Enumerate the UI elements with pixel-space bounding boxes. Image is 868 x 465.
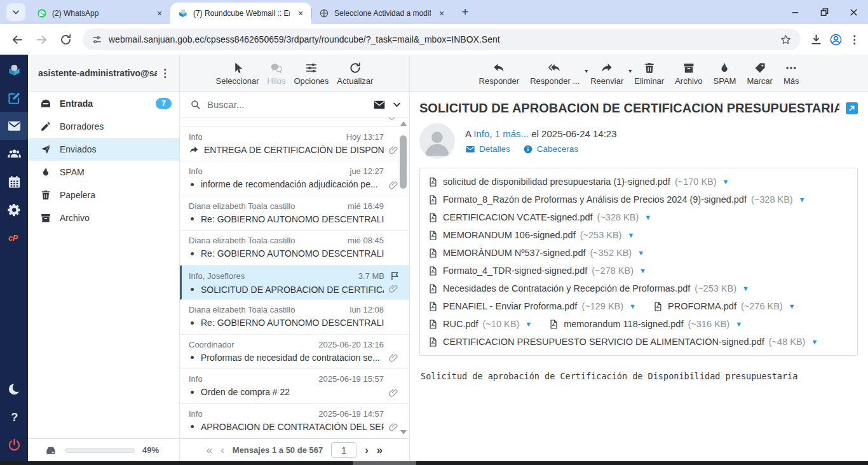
prev-page-button[interactable]: ‹ <box>220 445 224 455</box>
toolbar-button-archivo[interactable]: Archivo <box>674 62 703 86</box>
first-page-button[interactable]: « <box>207 445 212 455</box>
folder-entrada[interactable]: Entrada7 <box>28 92 179 115</box>
attachment-menu-caret-icon[interactable]: ▼ <box>742 285 749 292</box>
attachment-menu-caret-icon[interactable]: ▼ <box>629 302 636 310</box>
message-row[interactable]: Coordinador2025-06-20 13:16Proformas de … <box>180 335 409 370</box>
search-options-chevron-icon[interactable] <box>392 100 402 109</box>
calendar-nav[interactable] <box>0 168 28 196</box>
attachment-name[interactable]: PROFORMA.pdf <box>668 301 736 311</box>
browser-tab[interactable]: (7) Roundcube Webmail :: Envia× <box>170 3 311 24</box>
dark-mode-toggle[interactable] <box>0 375 28 403</box>
attachment-name[interactable]: Formato_4_TDR-signed-signed.pdf <box>443 266 587 276</box>
attachment-name[interactable]: solicitud de disponibilidad presupuestar… <box>443 177 670 187</box>
account-menu-icon[interactable]: ⋮ <box>157 67 173 80</box>
attachment-name[interactable]: MEMORÁNDUM Nº537-signed.pdf <box>443 248 585 258</box>
open-in-new-window-icon[interactable] <box>846 102 858 114</box>
downloads-icon[interactable] <box>810 33 823 46</box>
profile-icon[interactable] <box>829 33 843 46</box>
browser-tab[interactable]: Seleccione Actividad a modifica× <box>311 3 452 24</box>
search-scope-mail-icon[interactable] <box>373 98 386 111</box>
cpanel-link[interactable]: cP <box>0 224 28 252</box>
message-row[interactable]: Info, Joseflores3.7 MBSOLICITUD DE APROB… <box>180 266 409 300</box>
close-window-button[interactable] <box>839 0 868 24</box>
recipient-link[interactable]: Info <box>473 128 489 139</box>
folder-archivo[interactable]: Archivo <box>28 206 179 229</box>
attachment-item[interactable]: CERTIFICACION PRESUPUESTO SERVICIO DE AL… <box>428 333 818 351</box>
attachment-menu-caret-icon[interactable]: ▼ <box>525 320 532 328</box>
toolbar-button-spam[interactable]: SPAM <box>712 62 738 86</box>
url-text[interactable]: webmail.sanjuan.gob.ec/cpsess8462650659/… <box>109 34 773 44</box>
attachment-item[interactable]: CERTIFICACION VCATE-signed.pdf(~328 KB)▼ <box>428 208 651 226</box>
message-row[interactable]: Diana elizabeth Toala castillomié 16:49R… <box>180 196 409 231</box>
scrollbar-thumb[interactable] <box>400 135 407 189</box>
toolbar-button-marcar[interactable]: Marcar <box>745 62 773 86</box>
bookmark-star-icon[interactable] <box>780 34 792 46</box>
folder-papelera[interactable]: Papelera <box>28 184 179 206</box>
attachment-name[interactable]: PENAFIEL - Enviar Proforma.pdf <box>443 301 577 311</box>
attachment-menu-caret-icon[interactable]: ▼ <box>722 178 729 185</box>
message-row[interactable] <box>180 118 409 127</box>
details-toggle[interactable]: Detalles <box>465 144 510 154</box>
compose-button[interactable] <box>0 84 28 112</box>
attachment-menu-caret-icon[interactable]: ▼ <box>637 249 644 257</box>
logout-button[interactable] <box>0 431 28 459</box>
tab-close-icon[interactable]: × <box>154 8 165 19</box>
more-recipients-link[interactable]: 1 más... <box>495 128 529 139</box>
scroll-up-icon[interactable] <box>400 121 407 126</box>
toolbar-button-actualizar[interactable]: Actualizar <box>336 62 374 86</box>
toolbar-button-eliminar[interactable]: Eliminar <box>633 62 665 86</box>
toolbar-button-reenviar[interactable]: ▾Reenviar <box>589 62 625 86</box>
attachment-item[interactable]: Necesidades de Contratación y Recepción … <box>428 280 749 297</box>
attachment-name[interactable]: MEMORANDUM 106-signed.pdf <box>443 230 576 240</box>
folder-enviados[interactable]: Enviados <box>28 138 179 161</box>
headers-toggle[interactable]: Cabeceras <box>523 144 578 154</box>
address-bar[interactable]: webmail.sanjuan.gob.ec/cpsess8462650659/… <box>83 29 801 50</box>
attachment-name[interactable]: CERTIFICACION VCATE-signed.pdf <box>443 212 593 222</box>
search-bar[interactable] <box>180 92 409 118</box>
tab-close-icon[interactable]: × <box>436 8 447 19</box>
reload-button[interactable] <box>55 29 76 50</box>
dropdown-caret-icon[interactable]: ▾ <box>628 67 632 74</box>
chrome-menu-icon[interactable]: ⋮ <box>849 33 859 46</box>
message-row[interactable]: Info2025-06-19 14:57APROBACION DE CONTRA… <box>180 404 409 439</box>
tab-close-icon[interactable]: × <box>295 8 306 19</box>
back-button[interactable] <box>6 29 28 50</box>
toolbar-button-ms[interactable]: Más <box>782 62 801 86</box>
search-input[interactable] <box>207 99 367 110</box>
site-settings-icon[interactable] <box>92 34 102 45</box>
forward-button[interactable] <box>31 29 52 50</box>
help-button[interactable]: ? <box>0 403 28 431</box>
attachment-item[interactable]: Formato_4_TDR-signed-signed.pdf(~278 KB)… <box>428 262 646 280</box>
browser-tab[interactable]: (2) WhatsApp× <box>29 3 170 24</box>
minimize-button[interactable] <box>780 0 810 24</box>
toolbar-button-responder[interactable]: ▾Responder ... <box>529 62 581 86</box>
attachment-name[interactable]: memorandum 118-signed.pdf <box>564 319 683 329</box>
page-number-input[interactable] <box>331 442 356 458</box>
attachment-name[interactable]: RUC.pdf <box>443 319 478 329</box>
restore-button[interactable] <box>810 0 839 24</box>
dropdown-caret-icon[interactable]: ▾ <box>585 67 588 74</box>
message-row[interactable]: InfoHoy 13:17ENTREGA DE CERTIFICACIÓN DE… <box>180 127 409 162</box>
last-page-button[interactable]: » <box>377 445 383 455</box>
scroll-down-icon[interactable] <box>400 430 407 435</box>
attachment-item[interactable]: solicitud de disponibilidad presupuestar… <box>428 173 729 191</box>
attachment-menu-caret-icon[interactable]: ▼ <box>639 267 646 274</box>
attachment-name[interactable]: Formato_8_Razón de Proformas y Análisis … <box>443 194 747 205</box>
attachment-menu-caret-icon[interactable]: ▼ <box>644 213 651 221</box>
attachment-name[interactable]: CERTIFICACION PRESUPUESTO SERVICIO DE AL… <box>443 337 764 347</box>
roundcube-logo[interactable] <box>0 56 28 84</box>
attachment-item[interactable]: PROFORMA.pdf(~276 KB)▼ <box>653 297 796 315</box>
attachment-item[interactable]: PENAFIEL - Enviar Proforma.pdf(~129 KB)▼ <box>428 297 636 315</box>
toolbar-button-responder[interactable]: Responder <box>478 62 521 86</box>
attachment-item[interactable]: MEMORÁNDUM Nº537-signed.pdf(~352 KB)▼ <box>428 244 644 262</box>
attachment-menu-caret-icon[interactable]: ▼ <box>799 196 806 203</box>
attachment-item[interactable]: Formato_8_Razón de Proformas y Análisis … <box>428 191 806 208</box>
attachment-menu-caret-icon[interactable]: ▼ <box>627 231 634 239</box>
message-row[interactable]: Info2025-06-19 15:57Orden de compra # 22 <box>180 369 409 404</box>
toolbar-button-seleccionar[interactable]: Seleccionar <box>215 62 261 86</box>
message-row[interactable]: Diana elizabeth Toala castillomié 08:45R… <box>180 231 409 266</box>
folder-spam[interactable]: SPAM <box>28 161 179 184</box>
settings-nav[interactable] <box>0 196 28 224</box>
contacts-nav[interactable] <box>0 140 28 168</box>
new-tab-button[interactable]: + <box>456 3 474 21</box>
